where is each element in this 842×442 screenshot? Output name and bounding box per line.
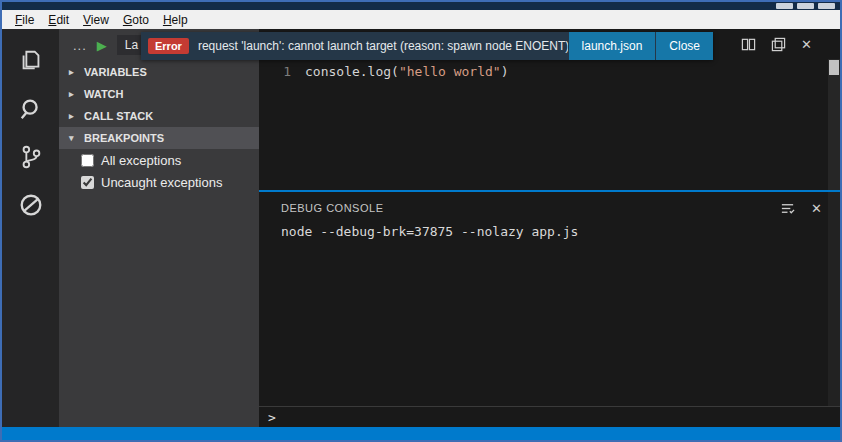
- code-line: 1 console.log("hello world"): [259, 59, 840, 79]
- chevron-right-icon: ▸: [69, 67, 78, 77]
- window-titlebar: [2, 2, 840, 10]
- menu-edit[interactable]: Edit: [41, 12, 76, 28]
- sidebar-section-call-stack[interactable]: ▸ CALL STACK: [59, 105, 259, 127]
- console-input[interactable]: >: [259, 406, 840, 427]
- status-bar: [2, 427, 840, 440]
- app-body: ... ▶ La ▸ VARIABLES ▸ WATCH ▸ CALL STAC…: [2, 29, 840, 427]
- code-editor[interactable]: 1 console.log("hello world"): [259, 59, 840, 190]
- notification-message: request 'launch': cannot launch target (…: [198, 39, 568, 53]
- debug-sidebar: ... ▶ La ▸ VARIABLES ▸ WATCH ▸ CALL STAC…: [59, 29, 259, 427]
- scrollbar-thumb[interactable]: [829, 60, 839, 75]
- error-badge: Error: [148, 38, 189, 54]
- files-icon[interactable]: [17, 47, 45, 75]
- debug-console-panel: DEBUG CONSOLE ✕ node --debug-brk=37875 -…: [259, 192, 840, 427]
- console-output: node --debug-brk=37875 --nolazy app.js: [259, 220, 840, 239]
- maximize-button[interactable]: [797, 3, 814, 9]
- notification-actions: launch.json Close: [568, 32, 713, 60]
- side-by-side-icon[interactable]: [771, 37, 786, 52]
- sidebar-section-breakpoints[interactable]: ▾ BREAKPOINTS: [59, 127, 259, 149]
- breakpoint-uncaught-exceptions[interactable]: Uncaught exceptions: [59, 171, 259, 193]
- editor-and-panel: ✕ 1 console.log("hello world") DEBUG CON…: [259, 29, 840, 427]
- uncaught-exceptions-checkbox[interactable]: [81, 176, 94, 189]
- all-exceptions-checkbox[interactable]: [81, 154, 94, 167]
- close-window-button[interactable]: [818, 3, 835, 9]
- menu-file[interactable]: File: [8, 12, 41, 28]
- split-editor-icon[interactable]: [741, 37, 756, 52]
- panel-title: DEBUG CONSOLE: [281, 202, 764, 214]
- vscode-window: File Edit View Goto Help: [0, 0, 842, 442]
- close-notification-button[interactable]: Close: [656, 32, 713, 60]
- panel-header: DEBUG CONSOLE ✕: [259, 192, 840, 220]
- search-icon[interactable]: [17, 95, 45, 123]
- breakpoint-all-exceptions[interactable]: All exceptions: [59, 149, 259, 171]
- editor-scrollbar[interactable]: [828, 59, 840, 190]
- section-label: CALL STACK: [84, 110, 153, 122]
- chevron-down-icon: ▾: [69, 133, 78, 143]
- close-panel-icon[interactable]: ✕: [811, 202, 822, 215]
- breakpoint-label: Uncaught exceptions: [101, 175, 222, 190]
- minimize-button[interactable]: [776, 3, 793, 9]
- git-icon[interactable]: [17, 143, 45, 171]
- window-controls: [776, 3, 835, 9]
- error-notification: Error request 'launch': cannot launch ta…: [141, 32, 713, 60]
- breakpoint-label: All exceptions: [101, 153, 181, 168]
- line-number: 1: [259, 64, 305, 79]
- section-label: WATCH: [84, 88, 124, 100]
- launch-json-button[interactable]: launch.json: [569, 32, 656, 60]
- console-empty-area: [259, 239, 840, 406]
- code-text: console.log("hello world"): [305, 64, 509, 79]
- chevron-right-icon: ▸: [69, 89, 78, 99]
- section-label: VARIABLES: [84, 66, 147, 78]
- more-actions-button[interactable]: ...: [73, 38, 87, 53]
- section-label: BREAKPOINTS: [84, 132, 164, 144]
- menu-help[interactable]: Help: [156, 12, 195, 28]
- start-debug-button[interactable]: ▶: [97, 39, 107, 52]
- menu-bar: File Edit View Goto Help: [2, 10, 840, 29]
- menu-goto[interactable]: Goto: [116, 12, 156, 28]
- debug-icon[interactable]: [17, 191, 45, 219]
- sidebar-section-watch[interactable]: ▸ WATCH: [59, 83, 259, 105]
- clear-console-icon[interactable]: [780, 201, 795, 216]
- activity-bar: [2, 29, 59, 427]
- console-prompt: >: [268, 410, 276, 425]
- close-editor-icon[interactable]: ✕: [801, 38, 812, 51]
- menu-view[interactable]: View: [76, 12, 116, 28]
- chevron-right-icon: ▸: [69, 111, 78, 121]
- sidebar-section-variables[interactable]: ▸ VARIABLES: [59, 61, 259, 83]
